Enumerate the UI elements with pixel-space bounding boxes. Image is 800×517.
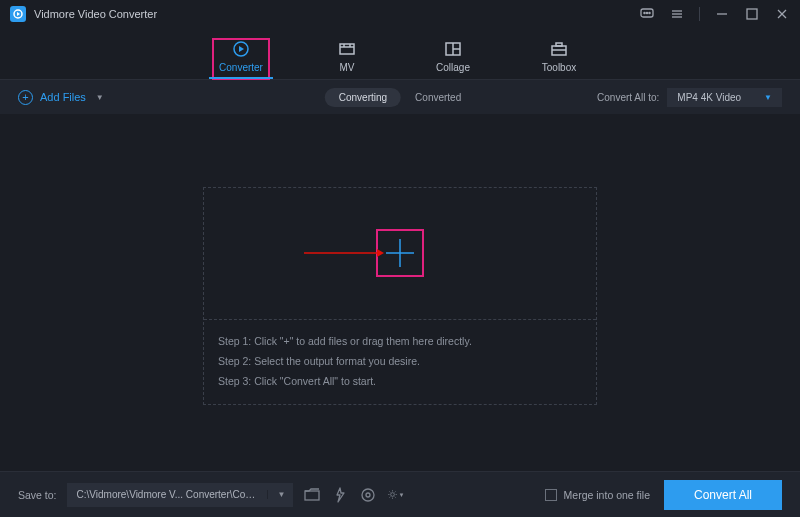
plus-icon xyxy=(382,235,418,271)
minimize-button[interactable] xyxy=(714,6,730,22)
feedback-icon[interactable] xyxy=(639,6,655,22)
svg-point-33 xyxy=(390,493,394,497)
save-path[interactable]: C:\Vidmore\Vidmore V... Converter\Conver… xyxy=(67,489,267,500)
tab-collage[interactable]: Collage xyxy=(425,39,481,79)
tab-label: Toolbox xyxy=(542,62,576,73)
svg-rect-10 xyxy=(747,9,757,19)
svg-point-32 xyxy=(366,493,370,497)
svg-marker-26 xyxy=(377,249,384,257)
convert-all-to-label: Convert All to: xyxy=(597,92,659,103)
subtab-converted[interactable]: Converted xyxy=(401,88,475,107)
plus-circle-icon: + xyxy=(18,90,33,105)
tab-label: Converter xyxy=(219,62,263,73)
step3-text: Step 3: Click "Convert All" to start. xyxy=(218,372,582,392)
save-path-box: C:\Vidmore\Vidmore V... Converter\Conver… xyxy=(67,483,293,507)
svg-point-4 xyxy=(646,12,647,13)
checkbox-icon xyxy=(545,489,557,501)
svg-rect-29 xyxy=(305,491,319,500)
main-area: Step 1: Click "+" to add files or drag t… xyxy=(0,114,800,469)
step1-text: Step 1: Click "+" to add files or drag t… xyxy=(218,332,582,352)
divider xyxy=(699,7,700,21)
svg-marker-14 xyxy=(239,46,244,52)
format-select[interactable]: MP4 4K Video ▼ xyxy=(667,88,782,107)
merge-checkbox[interactable]: Merge into one file xyxy=(545,489,650,501)
format-value: MP4 4K Video xyxy=(677,92,741,103)
dropzone[interactable]: Step 1: Click "+" to add files or drag t… xyxy=(203,187,597,405)
merge-label: Merge into one file xyxy=(564,489,650,501)
dropzone-top xyxy=(204,188,596,320)
add-files-label: Add Files xyxy=(40,91,86,103)
subbar: + Add Files ▼ Converting Converted Conve… xyxy=(0,80,800,114)
app-logo xyxy=(10,6,26,22)
maximize-button[interactable] xyxy=(744,6,760,22)
footer: Save to: C:\Vidmore\Vidmore V... Convert… xyxy=(0,471,800,517)
svg-rect-15 xyxy=(340,44,354,54)
tab-mv[interactable]: MV xyxy=(319,39,375,79)
main-tabs: Converter MV Collage Toolbox xyxy=(0,28,800,80)
arrow-icon xyxy=(304,247,384,259)
close-button[interactable] xyxy=(774,6,790,22)
tab-toolbox[interactable]: Toolbox xyxy=(531,39,587,79)
chevron-down-icon: ▼ xyxy=(399,492,405,498)
svg-point-5 xyxy=(649,12,650,13)
titlebar: Vidmore Video Converter xyxy=(0,0,800,28)
mv-icon xyxy=(337,39,357,59)
svg-rect-23 xyxy=(556,43,562,46)
add-files-button[interactable]: + Add Files ▼ xyxy=(18,90,104,105)
settings-button[interactable]: ▼ xyxy=(387,486,405,504)
chevron-down-icon: ▼ xyxy=(764,93,772,102)
chevron-down-icon: ▼ xyxy=(278,490,286,499)
tab-converter[interactable]: Converter xyxy=(213,39,269,79)
open-folder-button[interactable] xyxy=(303,486,321,504)
converter-icon xyxy=(231,39,251,59)
svg-marker-1 xyxy=(17,12,20,16)
app-title: Vidmore Video Converter xyxy=(34,8,157,20)
svg-marker-30 xyxy=(337,488,344,502)
hardware-accel-button[interactable] xyxy=(331,486,349,504)
save-to-label: Save to: xyxy=(18,489,57,501)
save-path-dropdown[interactable]: ▼ xyxy=(267,490,293,499)
svg-point-3 xyxy=(644,12,645,13)
instructions: Step 1: Click "+" to add files or drag t… xyxy=(204,320,596,404)
step2-text: Step 2: Select the output format you des… xyxy=(218,352,582,372)
subtab-converting[interactable]: Converting xyxy=(325,88,401,107)
menu-icon[interactable] xyxy=(669,6,685,22)
chevron-down-icon: ▼ xyxy=(96,93,104,102)
svg-point-31 xyxy=(362,489,374,501)
high-speed-button[interactable] xyxy=(359,486,377,504)
collage-icon xyxy=(443,39,463,59)
toolbox-icon xyxy=(549,39,569,59)
convert-all-button[interactable]: Convert All xyxy=(664,480,782,510)
tab-label: MV xyxy=(340,62,355,73)
tab-label: Collage xyxy=(436,62,470,73)
